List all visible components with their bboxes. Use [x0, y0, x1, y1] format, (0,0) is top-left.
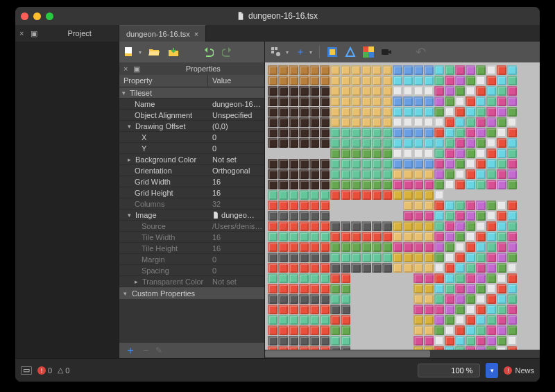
- redo-button[interactable]: [221, 45, 234, 59]
- tile[interactable]: [476, 221, 486, 231]
- tile[interactable]: [424, 211, 434, 221]
- remove-property-button[interactable]: −: [143, 345, 148, 356]
- tile[interactable]: [320, 107, 330, 117]
- tile[interactable]: [341, 180, 350, 189]
- tile[interactable]: [330, 148, 340, 158]
- tile[interactable]: [486, 148, 496, 158]
- tile[interactable]: [413, 242, 423, 252]
- tile[interactable]: [445, 159, 454, 169]
- prop-drawoffset-value[interactable]: (0,0): [208, 122, 264, 130]
- tile[interactable]: [424, 159, 434, 169]
- tile[interactable]: [299, 211, 309, 221]
- tile[interactable]: [299, 325, 309, 335]
- tile[interactable]: [330, 159, 340, 169]
- tile[interactable]: [278, 180, 288, 189]
- tile[interactable]: [372, 86, 382, 96]
- tile[interactable]: [424, 284, 434, 293]
- tile[interactable]: [372, 294, 382, 304]
- custom-properties-header[interactable]: ▾Custom Properties: [119, 287, 264, 299]
- tile[interactable]: [466, 284, 475, 293]
- tile[interactable]: [497, 221, 506, 231]
- tile[interactable]: [372, 211, 382, 221]
- tile[interactable]: [455, 107, 465, 117]
- tile[interactable]: [278, 117, 288, 127]
- tile[interactable]: [393, 263, 402, 273]
- tile[interactable]: [466, 138, 475, 148]
- tile[interactable]: [476, 263, 486, 273]
- tile[interactable]: [403, 242, 413, 252]
- tile[interactable]: [278, 211, 288, 221]
- tile[interactable]: [507, 107, 517, 117]
- tile[interactable]: [476, 284, 486, 293]
- tile[interactable]: [361, 107, 371, 117]
- tile[interactable]: [341, 159, 350, 169]
- tile[interactable]: [351, 128, 361, 137]
- tile[interactable]: [309, 263, 319, 273]
- close-panel-icon[interactable]: ×: [15, 29, 28, 37]
- tile[interactable]: [361, 65, 371, 75]
- tile[interactable]: [299, 263, 309, 273]
- tile[interactable]: [289, 76, 298, 85]
- tile[interactable]: [445, 76, 454, 85]
- tile[interactable]: [278, 76, 288, 85]
- tile[interactable]: [299, 180, 309, 189]
- tile[interactable]: [424, 336, 434, 346]
- tile[interactable]: [434, 336, 444, 346]
- tile[interactable]: [486, 201, 496, 210]
- camera-icon[interactable]: [381, 46, 392, 58]
- tile[interactable]: [466, 180, 475, 189]
- tile[interactable]: [424, 107, 434, 117]
- tile[interactable]: [507, 180, 517, 189]
- tile[interactable]: [341, 76, 350, 85]
- tile[interactable]: [393, 273, 402, 283]
- tile[interactable]: [455, 232, 465, 241]
- tile[interactable]: [268, 221, 278, 231]
- tile[interactable]: [393, 336, 402, 346]
- tile[interactable]: [403, 190, 413, 200]
- tile[interactable]: [351, 221, 361, 231]
- add-property-button[interactable]: ＋: [125, 343, 136, 358]
- tile[interactable]: [299, 169, 309, 179]
- tile[interactable]: [330, 76, 340, 85]
- tile[interactable]: [351, 211, 361, 221]
- tile[interactable]: [403, 117, 413, 127]
- tile[interactable]: [455, 86, 465, 96]
- tile[interactable]: [393, 76, 402, 85]
- tile[interactable]: [341, 284, 350, 293]
- tile[interactable]: [424, 201, 434, 210]
- tile[interactable]: [299, 190, 309, 200]
- tile[interactable]: [455, 211, 465, 221]
- tile[interactable]: [476, 86, 486, 96]
- tile[interactable]: [507, 232, 517, 241]
- file-tab-active[interactable]: dungeon-16-16.tsx ×: [119, 25, 206, 42]
- open-file-button[interactable]: [147, 45, 161, 59]
- tile[interactable]: [278, 284, 288, 293]
- tile[interactable]: [351, 201, 361, 210]
- tile[interactable]: [382, 148, 392, 158]
- tile[interactable]: [320, 263, 330, 273]
- tile[interactable]: [268, 211, 278, 221]
- tileset-view[interactable]: [265, 62, 540, 358]
- sprite-grid[interactable]: [265, 62, 540, 358]
- tile[interactable]: [393, 169, 402, 179]
- tile[interactable]: [466, 315, 475, 325]
- tile[interactable]: [309, 65, 319, 75]
- new-file-dropdown-icon[interactable]: ▾: [139, 49, 142, 56]
- tile[interactable]: [466, 336, 475, 346]
- tile[interactable]: [403, 159, 413, 169]
- tile[interactable]: [497, 294, 506, 304]
- tile[interactable]: [341, 169, 350, 179]
- tile[interactable]: [361, 180, 371, 189]
- tile[interactable]: [289, 180, 298, 189]
- tile[interactable]: [455, 305, 465, 314]
- tile[interactable]: [393, 315, 402, 325]
- tile[interactable]: [330, 284, 340, 293]
- tile[interactable]: [361, 201, 371, 210]
- tile[interactable]: [403, 315, 413, 325]
- tile[interactable]: [445, 253, 454, 262]
- tile[interactable]: [320, 117, 330, 127]
- tile[interactable]: [497, 76, 506, 85]
- tile[interactable]: [466, 305, 475, 314]
- tile[interactable]: [351, 180, 361, 189]
- tile[interactable]: [434, 169, 444, 179]
